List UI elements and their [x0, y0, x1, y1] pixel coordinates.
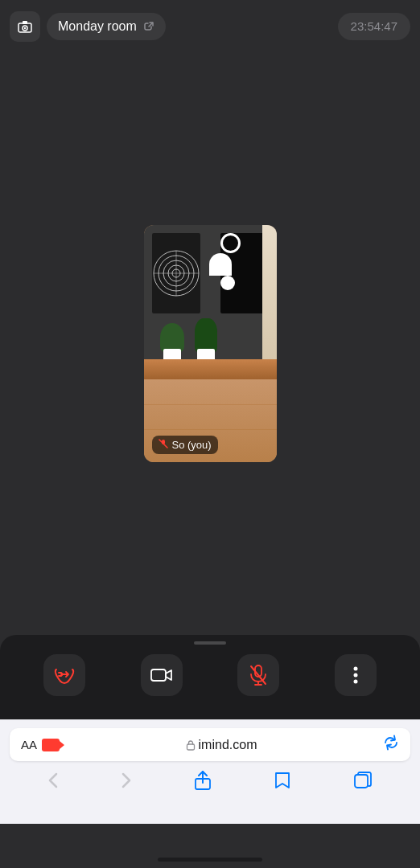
participant-name-text: So (you)	[172, 439, 212, 451]
art-shape-dot	[220, 276, 235, 290]
video-tile: So (you)	[144, 225, 277, 462]
svg-point-18	[353, 667, 357, 671]
mic-toggle-button[interactable]	[237, 654, 279, 696]
camera-toggle-icon	[150, 667, 173, 683]
main-video-area: So (you)	[0, 52, 420, 635]
svg-point-3	[24, 27, 26, 28]
leave-icon	[54, 666, 75, 684]
curtain	[262, 225, 277, 379]
reader-mode-button[interactable]: AA	[21, 738, 37, 751]
url-domain-area: imind.com	[66, 738, 377, 752]
leave-button[interactable]	[43, 654, 85, 696]
floor-line-2	[144, 429, 277, 430]
plant-leaves-right	[195, 318, 217, 352]
wooden-shelf	[144, 359, 277, 379]
safari-navigation	[0, 761, 420, 805]
more-options-icon	[353, 665, 358, 685]
back-button[interactable]	[40, 769, 66, 796]
art-shape-semicircle	[209, 253, 232, 276]
floor-line-1	[144, 404, 277, 405]
video-recording-icon	[42, 739, 60, 751]
safari-browser-bar: AA imind.com	[0, 719, 420, 824]
tabs-button[interactable]	[346, 768, 380, 797]
room-name-text: Monday room	[58, 19, 137, 34]
svg-rect-2	[23, 21, 27, 24]
refresh-button[interactable]	[383, 735, 399, 755]
url-bar[interactable]: AA imind.com	[10, 728, 410, 761]
svg-rect-13	[151, 669, 166, 681]
camera-toggle-button[interactable]	[141, 654, 183, 696]
lock-icon	[186, 739, 196, 751]
home-indicator	[158, 858, 262, 862]
participant-name-badge: So (you)	[152, 436, 218, 454]
plant-leaves-left	[160, 323, 184, 352]
timer-text: 23:54:47	[351, 19, 397, 33]
header-bar: Monday room 23:54:47	[0, 0, 420, 52]
art-panel-left	[152, 233, 200, 313]
forward-button[interactable]	[113, 769, 139, 796]
controls-row	[0, 654, 420, 696]
controls-bar	[0, 635, 420, 719]
room-name-pill[interactable]: Monday room	[47, 13, 166, 40]
svg-rect-21	[187, 744, 194, 750]
timer-pill: 23:54:47	[338, 13, 410, 40]
mic-muted-icon	[159, 439, 168, 451]
svg-rect-23	[355, 775, 368, 788]
url-bar-left: AA	[21, 738, 60, 751]
mic-muted-button-icon	[249, 665, 267, 686]
more-options-button[interactable]	[335, 654, 377, 696]
share-button[interactable]	[187, 768, 219, 798]
plant-left	[159, 323, 187, 363]
art-shape-circle	[220, 233, 241, 253]
header-left: Monday room	[10, 11, 166, 42]
link-icon	[143, 21, 154, 32]
camera-switch-button[interactable]	[10, 11, 40, 42]
svg-point-19	[353, 674, 357, 678]
art-panel-right	[220, 233, 269, 313]
svg-point-20	[353, 680, 357, 684]
drag-handle[interactable]	[194, 641, 226, 645]
bookmarks-button[interactable]	[266, 768, 299, 798]
spiral-art	[152, 233, 200, 313]
domain-text: imind.com	[199, 738, 257, 752]
plant-right	[192, 319, 220, 363]
room-scene	[144, 225, 277, 462]
